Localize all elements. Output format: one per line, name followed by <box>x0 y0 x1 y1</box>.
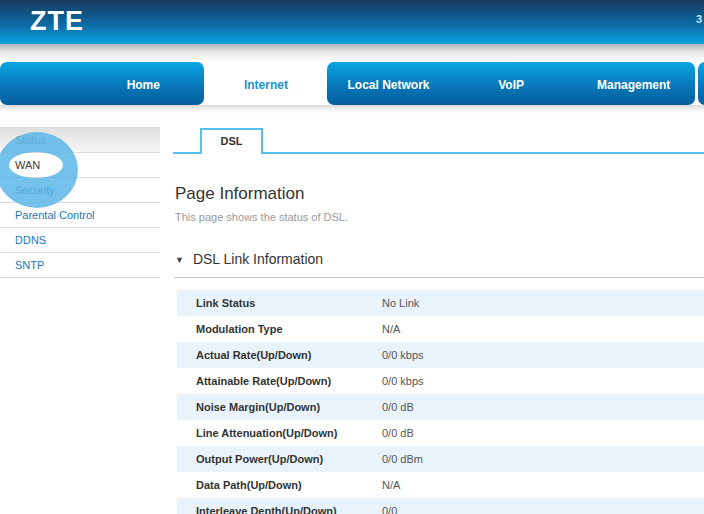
sidebar-item[interactable]: SNTP <box>0 253 160 278</box>
header-partial-text: 3 <box>696 13 702 25</box>
nav-tab[interactable]: Home <box>82 62 205 105</box>
table-row: Output Power(Up/Down) 0/0 dBm <box>177 446 704 472</box>
table-row: Line Attenuation(Up/Down) 0/0 dB <box>177 420 704 446</box>
page-title: Page Information <box>175 184 704 204</box>
row-value: 0/0 <box>382 498 704 514</box>
table-row: Data Path(Up/Down) N/A <box>177 472 704 498</box>
row-value: N/A <box>382 472 704 498</box>
row-label: Noise Margin(Up/Down) <box>177 394 382 420</box>
collapse-triangle-icon[interactable]: ▼ <box>175 255 184 265</box>
table-row: Modulation Type N/A <box>177 316 704 342</box>
table-row: Link Status No Link <box>177 290 704 316</box>
table-row: Interleave Depth(Up/Down) 0/0 <box>177 498 704 514</box>
zte-logo: ZTE <box>30 6 84 37</box>
section-title: DSL Link Information <box>193 251 323 267</box>
row-value: N/A <box>382 316 704 342</box>
tab-dsl[interactable]: DSL <box>200 128 263 154</box>
nav-tab[interactable]: Management <box>572 62 695 105</box>
sidebar-menu: Status WAN Security Parental Control DDN… <box>0 127 160 278</box>
main-nav: Home Internet Local Network VoIP Managem… <box>0 62 704 105</box>
row-label: Data Path(Up/Down) <box>177 472 382 498</box>
header-shadow <box>0 44 704 61</box>
section-header: ▼DSL Link Information <box>174 250 704 278</box>
row-label: Line Attenuation(Up/Down) <box>177 420 382 446</box>
row-value: 0/0 dB <box>382 394 704 420</box>
row-label: Link Status <box>177 290 382 316</box>
brand-header: ZTE 3 <box>0 0 704 44</box>
nav-tabs: Home Internet Local Network VoIP Managem… <box>82 62 695 105</box>
row-label: Attainable Rate(Up/Down) <box>177 368 382 394</box>
row-value: 0/0 dBm <box>382 446 704 472</box>
table-row: Noise Margin(Up/Down) 0/0 dB <box>177 394 704 420</box>
row-value: 0/0 dB <box>382 420 704 446</box>
nav-tab[interactable]: Local Network <box>327 62 450 105</box>
table-row: Actual Rate(Up/Down) 0/0 kbps <box>177 342 704 368</box>
row-label: Modulation Type <box>177 316 382 342</box>
nav-tab[interactable]: Internet <box>205 62 328 105</box>
sidebar-item[interactable]: Security <box>0 178 160 203</box>
dsl-link-info-table: Link Status No Link Modulation Type N/A … <box>177 290 704 514</box>
sidebar-item[interactable]: DDNS <box>0 228 160 253</box>
page-description: This page shows the status of DSL. <box>175 211 704 223</box>
content-area: DSL Page Information This page shows the… <box>174 126 704 514</box>
row-value: 0/0 kbps <box>382 342 704 368</box>
row-label: Actual Rate(Up/Down) <box>177 342 382 368</box>
nav-shadow <box>0 105 704 113</box>
nav-bar-cutoff-stub <box>698 62 704 105</box>
row-label: Interleave Depth(Up/Down) <box>177 498 382 514</box>
table-row: Attainable Rate(Up/Down) 0/0 kbps <box>177 368 704 394</box>
sidebar-item[interactable]: Parental Control <box>0 203 160 228</box>
row-value: No Link <box>382 290 704 316</box>
row-value: 0/0 kbps <box>382 368 704 394</box>
sidebar-item[interactable]: Status <box>0 128 160 153</box>
nav-tab[interactable]: VoIP <box>450 62 573 105</box>
row-label: Output Power(Up/Down) <box>177 446 382 472</box>
sidebar-item[interactable]: WAN <box>0 153 160 178</box>
